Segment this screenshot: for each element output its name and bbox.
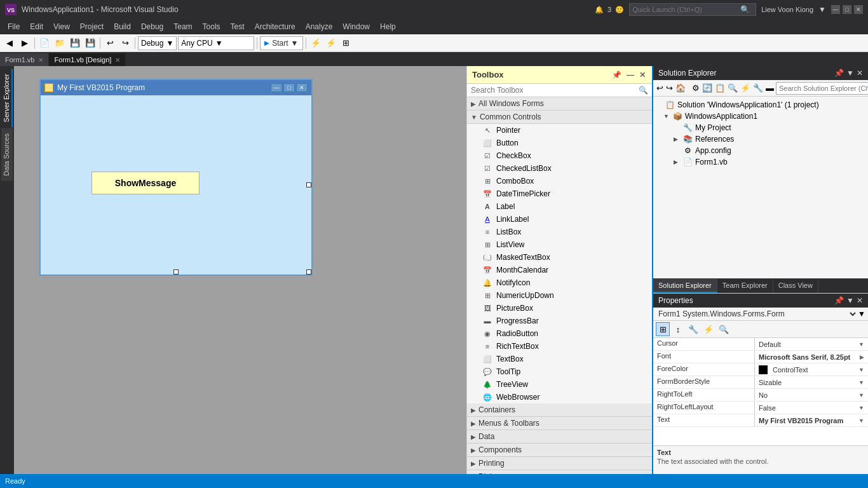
- sidebar-tab-data-sources[interactable]: Data Sources: [1, 128, 13, 181]
- toolbox-section-common-controls[interactable]: ▼ Common Controls: [467, 111, 652, 124]
- toolbox-section-data[interactable]: ▶ Data: [467, 430, 652, 444]
- tree-item-appconfig[interactable]: ⚙ App.config: [653, 145, 868, 156]
- toolbox-item-listview[interactable]: ⊞ ListView: [467, 238, 652, 251]
- forward-button[interactable]: ▶: [18, 36, 32, 50]
- menu-project[interactable]: Project: [75, 19, 109, 34]
- prop-row-text[interactable]: Text My First VB2015 Program ▼: [653, 414, 868, 427]
- tree-item-myproject[interactable]: 🔧 My Project: [653, 122, 868, 133]
- user-dropdown-icon[interactable]: ▼: [818, 5, 826, 14]
- toolbox-section-printing[interactable]: ▶ Printing: [467, 457, 652, 470]
- toolbar-extra3[interactable]: ⊞: [339, 36, 353, 50]
- undo-button[interactable]: ↩: [103, 36, 117, 50]
- menu-window[interactable]: Window: [337, 19, 375, 34]
- sol-btn2[interactable]: ↪: [665, 81, 674, 95]
- quick-launch-box[interactable]: 🔍: [629, 3, 756, 16]
- sol-btn1[interactable]: ↩: [656, 81, 664, 95]
- props-close-icon[interactable]: ✕: [857, 296, 863, 305]
- toolbox-pin-icon[interactable]: 📌: [611, 69, 623, 81]
- tab-form1-vb-close[interactable]: ✕: [38, 57, 43, 64]
- toolbox-search[interactable]: 🔍: [467, 84, 652, 97]
- back-button[interactable]: ◀: [3, 36, 17, 50]
- sol-btn9[interactable]: 🔧: [752, 81, 764, 95]
- platform-dropdown[interactable]: Any CPU ▼: [178, 36, 254, 50]
- save-button[interactable]: 💾: [68, 36, 82, 50]
- toolbox-section-all-windows-forms[interactable]: ▶ All Windows Forms: [467, 97, 652, 111]
- menu-analyze[interactable]: Analyze: [301, 19, 338, 34]
- sol-btn7[interactable]: 🔍: [727, 81, 738, 95]
- prop-row-righttoleft[interactable]: RightToLeft No ▼: [653, 389, 868, 402]
- tab-form1-design-close[interactable]: ✕: [115, 57, 120, 64]
- redo-button[interactable]: ↪: [118, 36, 132, 50]
- save-all-button[interactable]: 💾: [83, 36, 97, 50]
- sol-btn6[interactable]: 📋: [714, 81, 726, 95]
- toolbox-item-checkedlistbox[interactable]: ☑ CheckedListBox: [467, 162, 652, 175]
- properties-object-select[interactable]: Form1 System.Windows.Forms.Form: [656, 309, 858, 319]
- open-button[interactable]: 📁: [53, 36, 67, 50]
- toolbox-item-datetimepicker[interactable]: 📅 DateTimePicker: [467, 187, 652, 200]
- resize-handle-right[interactable]: [306, 182, 311, 187]
- start-button[interactable]: ▶ Start ▼: [260, 36, 302, 50]
- tab-form1-design[interactable]: Form1.vb [Design] ✕: [49, 53, 126, 66]
- toolbox-item-webbrowser[interactable]: 🌐 WebBrowser: [467, 391, 652, 403]
- prop-properties-btn[interactable]: 🔧: [686, 322, 700, 336]
- props-pin-icon[interactable]: 📌: [834, 296, 844, 305]
- toolbar-extra1[interactable]: ⚡: [309, 36, 323, 50]
- tree-item-references[interactable]: ▶ 📚 References: [653, 133, 868, 145]
- toolbox-item-listbox[interactable]: ≡ ListBox: [467, 226, 652, 238]
- properties-object-selector[interactable]: Form1 System.Windows.Forms.Form ▼: [653, 308, 868, 321]
- menu-view[interactable]: View: [48, 19, 75, 34]
- toolbox-item-tooltip[interactable]: 💬 ToolTip: [467, 365, 652, 378]
- prop-alphabetical-btn[interactable]: ↕: [671, 322, 685, 336]
- prop-events-btn[interactable]: ⚡: [702, 322, 715, 336]
- form-minimize-btn[interactable]: —: [271, 83, 282, 92]
- solution-pin-icon[interactable]: 📌: [834, 69, 844, 78]
- toolbox-item-button[interactable]: ⬜ Button: [467, 137, 652, 149]
- menu-architecture[interactable]: Architecture: [250, 19, 301, 34]
- tab-team-explorer[interactable]: Team Explorer: [717, 279, 773, 293]
- props-chevron-icon[interactable]: ▼: [846, 296, 854, 305]
- prop-row-cursor[interactable]: Cursor Default ▼: [653, 338, 868, 351]
- solution-close-icon[interactable]: ✕: [857, 69, 863, 78]
- menu-help[interactable]: Help: [375, 19, 401, 34]
- solution-search[interactable]: 🔍: [776, 82, 868, 95]
- toolbox-close-icon[interactable]: ✕: [638, 69, 647, 81]
- new-project-button[interactable]: 📄: [37, 36, 51, 50]
- solution-search-input[interactable]: [779, 85, 867, 92]
- toolbox-item-pointer[interactable]: ↖ Pointer: [467, 124, 652, 137]
- toolbox-item-maskedtextbox[interactable]: (._) MaskedTextBox: [467, 251, 652, 264]
- menu-file[interactable]: File: [3, 19, 25, 34]
- toolbox-search-input[interactable]: [471, 86, 636, 95]
- form-maximize-btn[interactable]: □: [283, 83, 295, 92]
- toolbox-item-linklabel[interactable]: A LinkLabel: [467, 213, 652, 226]
- toolbox-minimize-icon[interactable]: —: [625, 69, 635, 81]
- resize-handle-bottom-right[interactable]: [306, 269, 311, 274]
- tree-item-solution[interactable]: 📋 Solution 'WindowsApplication1' (1 proj…: [653, 99, 868, 111]
- tab-form1-vb[interactable]: Form1.vb ✕: [0, 53, 49, 66]
- toolbox-item-treeview[interactable]: 🌲 TreeView: [467, 378, 652, 391]
- sol-btn4[interactable]: ⚙: [691, 81, 700, 95]
- solution-chevron-icon[interactable]: ▼: [846, 69, 854, 78]
- sidebar-tab-server-explorer[interactable]: Server Explorer: [1, 69, 13, 127]
- quick-launch-input[interactable]: [630, 6, 738, 13]
- form-close-btn[interactable]: ✕: [296, 83, 308, 92]
- toolbox-item-notifyicon[interactable]: 🔔 NotifyIcon: [467, 276, 652, 289]
- minimize-button[interactable]: —: [831, 5, 840, 14]
- tab-solution-explorer[interactable]: Solution Explorer: [653, 279, 717, 293]
- toolbox-item-picturebox[interactable]: 🖼 PictureBox: [467, 302, 652, 315]
- sol-btn5[interactable]: 🔄: [702, 81, 713, 95]
- toolbox-item-numericupdown[interactable]: ⊞ NumericUpDown: [467, 289, 652, 302]
- tree-item-project[interactable]: ▼ 📦 WindowsApplication1: [653, 111, 868, 122]
- sol-btn8[interactable]: ⚡: [740, 81, 751, 95]
- resize-handle-bottom-left[interactable]: [173, 269, 179, 274]
- debug-mode-dropdown[interactable]: Debug ▼: [138, 36, 177, 50]
- toolbox-section-components[interactable]: ▶ Components: [467, 444, 652, 457]
- form-designer[interactable]: My First VB2015 Program — □ ✕ ShowMessag…: [14, 66, 466, 484]
- menu-debug[interactable]: Debug: [136, 19, 168, 34]
- prop-row-forecolor[interactable]: ForeColor ControlText ▼: [653, 363, 868, 376]
- toolbox-item-progressbar[interactable]: ▬ ProgressBar: [467, 315, 652, 327]
- menu-build[interactable]: Build: [109, 19, 136, 34]
- toolbox-item-richtextbox[interactable]: ≡ RichTextBox: [467, 340, 652, 353]
- toolbox-item-label[interactable]: A Label: [467, 200, 652, 213]
- maximize-button[interactable]: □: [843, 5, 851, 14]
- showmessage-button[interactable]: ShowMessage: [92, 172, 200, 194]
